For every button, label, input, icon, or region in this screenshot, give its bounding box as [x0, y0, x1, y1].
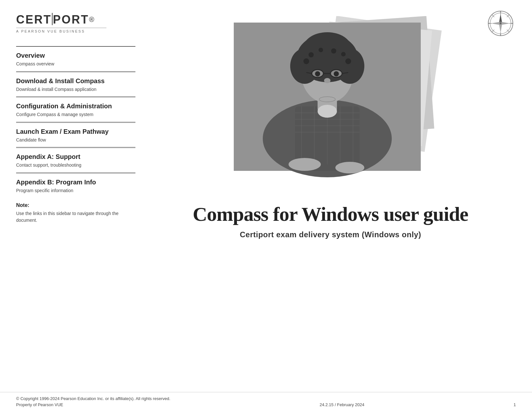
svg-line-7: [507, 30, 509, 32]
note-section: Note: Use the links in this sidebar to n…: [16, 199, 135, 224]
hero-image-svg: [214, 16, 447, 187]
note-title: Note:: [16, 202, 135, 208]
svg-point-54: [334, 71, 339, 76]
footer: © Copyright 1996-2024 Pearson Education …: [0, 392, 532, 411]
svg-point-58: [335, 162, 364, 173]
logo-pipe: [52, 13, 53, 25]
svg-point-46: [303, 58, 309, 64]
svg-point-14: [499, 22, 502, 24]
compass-icon-top: [487, 10, 516, 39]
logo-area: CERTPORT® A PEARSON VUE BUSINESS: [16, 13, 135, 33]
nav-item-launch[interactable]: Launch Exam / Exam Pathway Candidate flo…: [16, 122, 135, 147]
nav-item-title-appendix-a: Appendix A: Support: [16, 152, 135, 161]
nav-items: Overview Compass overview Download & Ins…: [16, 46, 135, 224]
page-container: CERTPORT® A PEARSON VUE BUSINESS Overvie…: [0, 0, 532, 411]
nav-item-overview[interactable]: Overview Compass overview: [16, 46, 135, 71]
svg-point-18: [512, 23, 513, 24]
footer-property: Property of Pearson VUE: [16, 402, 170, 407]
nav-item-subtitle-overview: Compass overview: [16, 61, 135, 67]
nav-item-subtitle-launch: Candidate flow: [16, 137, 135, 143]
svg-point-56: [311, 84, 343, 97]
svg-line-6: [492, 15, 494, 17]
sidebar: CERTPORT® A PEARSON VUE BUSINESS Overvie…: [16, 13, 145, 386]
logo-text: CERTPORT®: [16, 13, 95, 26]
nav-item-download[interactable]: Download & Install Compass Download & in…: [16, 71, 135, 97]
nav-item-title-config: Configuration & Administration: [16, 102, 135, 110]
right-content: Compass for Windows user guide Certiport…: [145, 13, 516, 386]
certiport-logo: CERTPORT® A PEARSON VUE BUSINESS: [16, 13, 135, 33]
nav-item-title-launch: Launch Exam / Exam Pathway: [16, 127, 135, 136]
nav-item-config[interactable]: Configuration & Administration Configure…: [16, 96, 135, 122]
nav-item-title-overview: Overview: [16, 51, 135, 60]
svg-marker-12: [501, 22, 510, 25]
image-area: [214, 16, 447, 187]
note-text: Use the links in this sidebar to navigat…: [16, 210, 135, 224]
svg-point-16: [500, 34, 501, 35]
nav-item-subtitle-appendix-b: Program specific information: [16, 188, 135, 194]
svg-line-9: [492, 30, 494, 32]
svg-point-43: [319, 48, 323, 52]
nav-item-subtitle-appendix-a: Contact support, troubleshooting: [16, 162, 135, 169]
main-title: Compass for Windows user guide: [193, 203, 468, 225]
nav-item-title-appendix-b: Appendix B: Program Info: [16, 178, 135, 186]
svg-line-8: [507, 15, 509, 17]
main-content: CERTPORT® A PEARSON VUE BUSINESS Overvie…: [0, 0, 532, 392]
main-subtitle: Certiport exam delivery system (Windows …: [193, 230, 468, 239]
nav-item-subtitle-config: Configure Compass & manage system: [16, 112, 135, 118]
svg-point-55: [324, 78, 330, 83]
svg-point-60: [318, 105, 337, 118]
footer-version: 24.2.15 / February 2024: [320, 402, 364, 407]
compass-icon: [487, 10, 514, 37]
title-area: Compass for Windows user guide Certiport…: [193, 203, 468, 239]
svg-point-42: [309, 52, 314, 57]
nav-item-appendix-b[interactable]: Appendix B: Program Info Program specifi…: [16, 172, 135, 198]
footer-copyright: © Copyright 1996-2024 Pearson Education …: [16, 396, 170, 401]
svg-point-53: [315, 71, 320, 76]
nav-item-subtitle-download: Download & install Compass application: [16, 86, 135, 93]
svg-point-45: [341, 52, 346, 56]
svg-point-57: [289, 158, 321, 171]
nav-item-title-download: Download & Install Compass: [16, 77, 135, 85]
svg-point-15: [500, 11, 501, 12]
svg-point-41: [303, 32, 351, 64]
footer-page-number: 1: [514, 402, 516, 407]
svg-point-47: [345, 58, 351, 64]
footer-left: © Copyright 1996-2024 Pearson Education …: [16, 396, 170, 407]
pearson-vue-tagline: A PEARSON VUE BUSINESS: [16, 29, 85, 33]
logo-divider-line: [16, 28, 106, 28]
svg-point-17: [488, 23, 489, 24]
svg-point-44: [331, 48, 336, 54]
nav-item-appendix-a[interactable]: Appendix A: Support Contact support, tro…: [16, 147, 135, 172]
svg-marker-13: [491, 22, 501, 25]
